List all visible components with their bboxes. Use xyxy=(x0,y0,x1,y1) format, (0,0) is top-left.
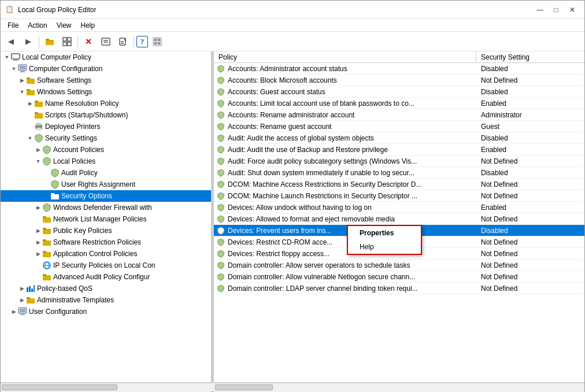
folder-icon-windows xyxy=(26,87,35,97)
policy-qos-label: Policy-based QoS xyxy=(37,284,92,293)
menu-file[interactable]: File xyxy=(3,20,23,31)
policy-row[interactable]: Accounts: Administrator account status D… xyxy=(214,63,584,75)
svg-rect-25 xyxy=(27,79,35,84)
toolbar-forward[interactable]: ▶ xyxy=(20,34,36,49)
policy-row[interactable]: Audit: Audit the access of global system… xyxy=(214,132,584,144)
root-expand[interactable]: ▼ xyxy=(3,53,11,61)
tree-policy-qos[interactable]: ▶ Policy-based QoS xyxy=(1,283,211,294)
policy-row[interactable]: Audit: Force audit policy subcategory se… xyxy=(214,156,584,167)
policy-setting: Disabled xyxy=(476,65,584,73)
minimize-button[interactable]: — xyxy=(532,4,547,16)
tree-windows-firewall[interactable]: ▶ Windows Defender Firewall with xyxy=(1,202,211,213)
svg-rect-55 xyxy=(34,285,35,292)
right-scroll-thumb[interactable] xyxy=(215,384,273,390)
tree-admin-templates[interactable]: ▶ Administrative Templates xyxy=(1,294,211,306)
appctrl-expand[interactable]: ▶ xyxy=(34,250,42,258)
svg-rect-18 xyxy=(12,54,20,59)
policy-row-highlighted[interactable]: Devices: Prevent users from ins... Disab… xyxy=(214,225,584,236)
tree-computer-config[interactable]: ▼ Computer Configuration xyxy=(1,63,211,75)
policy-row[interactable]: Accounts: Block Microsoft accounts Not D… xyxy=(214,75,584,86)
audit-policy-label: Audit Policy xyxy=(61,169,98,177)
menu-view[interactable]: View xyxy=(52,20,76,31)
userconfig-expand[interactable]: ▶ xyxy=(10,308,18,316)
toolbar-back[interactable]: ◀ xyxy=(3,34,19,49)
pubkey-expand[interactable]: ▶ xyxy=(34,227,42,235)
tree-account-policies[interactable]: ▶ Account Policies xyxy=(1,144,211,156)
policy-row[interactable]: Audit: Shut down system immediately if u… xyxy=(214,167,584,179)
tree-advanced-audit[interactable]: ▶ Advanced Audit Policy Configur xyxy=(1,271,211,283)
toolbar-extra[interactable] xyxy=(149,34,165,49)
toolbar-export[interactable] xyxy=(115,34,131,49)
left-scroll-thumb[interactable] xyxy=(2,384,117,390)
toolbar-delete[interactable]: ✕ xyxy=(80,34,97,49)
tree-root[interactable]: ▼ Local Computer Policy xyxy=(1,51,211,63)
menu-help[interactable]: Help xyxy=(76,20,100,31)
tree-security-settings[interactable]: ▼ Security Settings xyxy=(1,132,211,144)
policy-row[interactable]: Accounts: Limit local account use of bla… xyxy=(214,98,584,109)
tree-ip-security[interactable]: ▶ IP Security Policies on Local Con xyxy=(1,260,211,271)
policy-row[interactable]: Audit: Audit the use of Backup and Resto… xyxy=(214,144,584,156)
col-header-setting[interactable]: Security Setting xyxy=(476,51,582,62)
svg-rect-52 xyxy=(27,287,28,292)
policy-row[interactable]: Domain controller: LDAP server channel b… xyxy=(214,283,584,294)
right-panel: Policy Security Setting Accounts: Admini… xyxy=(214,51,584,382)
computer-expand[interactable]: ▼ xyxy=(10,65,18,73)
policy-row[interactable]: DCOM: Machine Launch Restrictions in Sec… xyxy=(214,190,584,202)
tree-user-config[interactable]: ▶ User Configuration xyxy=(1,306,211,317)
policy-row[interactable]: DCOM: Machine Access Restrictions in Sec… xyxy=(214,179,584,190)
policy-row[interactable]: Devices: Allowed to format and eject rem… xyxy=(214,213,584,225)
name-resolution-label: Name Resolution Policy xyxy=(45,99,119,108)
policy-row[interactable]: Accounts: Rename guest account Guest xyxy=(214,121,584,132)
tree-local-policies[interactable]: ▼ Local Policies xyxy=(1,156,211,167)
policy-list[interactable]: Accounts: Administrator account status D… xyxy=(214,63,584,382)
policy-row[interactable]: Accounts: Rename administrator account A… xyxy=(214,109,584,121)
toolbar-view[interactable] xyxy=(59,34,75,49)
close-button[interactable]: ✕ xyxy=(565,4,580,16)
tree-public-key[interactable]: ▶ Public Key Policies xyxy=(1,225,211,236)
policy-row[interactable]: Domain controller: Allow server operator… xyxy=(214,260,584,271)
col-header-policy[interactable]: Policy xyxy=(216,51,476,62)
tree-software-settings[interactable]: ▶ Software Settings xyxy=(1,75,211,86)
tree-scripts[interactable]: ▶ Scripts (Startup/Shutdown) xyxy=(1,109,211,121)
right-scrollbar[interactable] xyxy=(214,383,584,392)
svg-rect-20 xyxy=(13,60,18,61)
security-expand[interactable]: ▼ xyxy=(26,134,34,142)
tree-network-list[interactable]: ▶ Network List Manager Policies xyxy=(1,213,211,225)
svg-rect-50 xyxy=(43,275,51,280)
tree-user-rights[interactable]: ▶ User Rights Assignment xyxy=(1,179,211,190)
left-scrollbar[interactable] xyxy=(1,383,212,392)
policy-row[interactable]: Devices: Allow undock without having to … xyxy=(214,202,584,213)
folder-icon-netlist xyxy=(42,215,51,224)
tree-panel[interactable]: ▼ Local Computer Policy ▼ xyxy=(1,51,212,382)
svg-rect-19 xyxy=(14,59,17,60)
context-menu-properties[interactable]: Properties xyxy=(348,226,421,240)
tree-app-control[interactable]: ▶ Application Control Policies xyxy=(1,248,211,260)
toolbar-properties[interactable] xyxy=(98,34,114,49)
account-expand[interactable]: ▶ xyxy=(34,146,42,154)
admintpl-expand[interactable]: ▶ xyxy=(18,296,26,304)
local-expand[interactable]: ▼ xyxy=(34,157,42,165)
menu-action[interactable]: Action xyxy=(23,20,51,31)
toolbar-help[interactable]: ? xyxy=(136,36,148,47)
svg-rect-28 xyxy=(27,89,30,91)
maximize-button[interactable]: □ xyxy=(549,4,564,16)
policy-row[interactable]: Accounts: Guest account status Disabled xyxy=(214,86,584,98)
tree-windows-settings[interactable]: ▼ Windows Settings xyxy=(1,86,211,98)
name-res-expand[interactable]: ▶ xyxy=(26,99,34,108)
firewall-expand[interactable]: ▶ xyxy=(34,204,42,212)
tree-name-resolution[interactable]: ▶ Name Resolution Policy xyxy=(1,98,211,109)
tree-security-options[interactable]: ▶ Security Options xyxy=(1,190,211,202)
tree-audit-policy[interactable]: ▶ Audit Policy xyxy=(1,167,211,179)
context-menu-help[interactable]: Help xyxy=(348,240,421,254)
windows-expand[interactable]: ▼ xyxy=(18,88,26,96)
tree-software-restriction[interactable]: ▶ Software Restriction Policies xyxy=(1,236,211,248)
toolbar-folder[interactable] xyxy=(42,34,58,49)
windows-settings-label: Windows Settings xyxy=(37,88,92,96)
svg-rect-6 xyxy=(68,42,71,46)
softrestr-expand[interactable]: ▶ xyxy=(34,238,42,246)
svg-rect-39 xyxy=(43,217,51,223)
policy-row[interactable]: Domain controller: Allow vulnerable Netl… xyxy=(214,271,584,283)
software-expand[interactable]: ▶ xyxy=(18,76,26,84)
qos-expand[interactable]: ▶ xyxy=(18,284,26,293)
tree-deployed-printers[interactable]: ▶ Deployed Printers xyxy=(1,121,211,132)
